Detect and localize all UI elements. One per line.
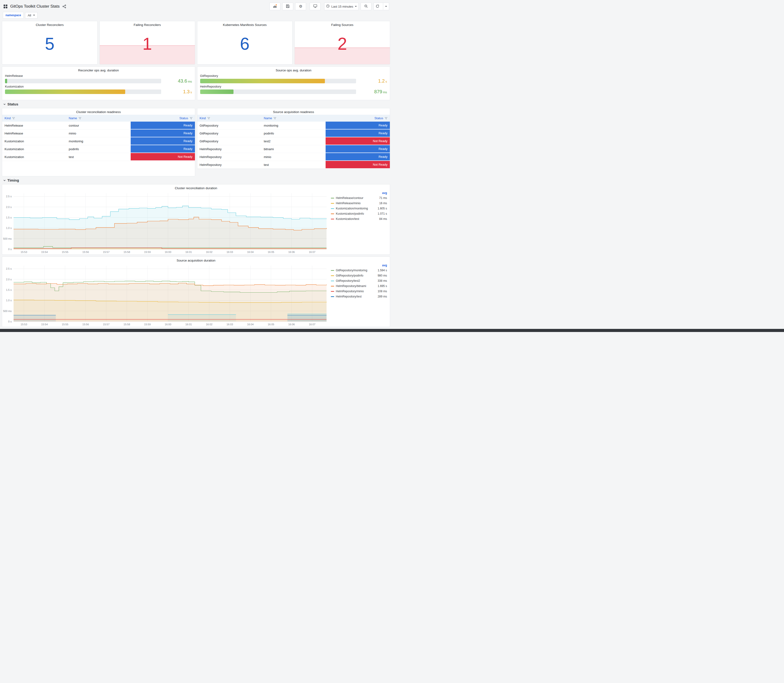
cell-status: Ready (131, 122, 195, 130)
column-header-status[interactable]: Status (131, 115, 195, 122)
variable-label-namespace[interactable]: namespace (3, 12, 24, 19)
legend-avg-header[interactable]: avg (331, 263, 387, 268)
stats-row: Cluster Reconcilers5Failing Reconcilers1… (2, 21, 390, 64)
gauge-panel-reconciler-ops-avg-duration: Reconciler ops avg. duration HelmRelease… (2, 66, 195, 100)
series-avg-value: 1.695 s (378, 284, 387, 288)
legend-item-kustomization-podinfo[interactable]: Kustomization/podinfo 1.071 s (331, 211, 387, 216)
panel-title[interactable]: Source acquisition duration (2, 257, 390, 263)
source-duration-chart-panel: Source acquisition duration 0 s500 ms1.0… (2, 257, 390, 327)
stat-panel-cluster-reconcilers: Cluster Reconcilers5 (2, 21, 98, 64)
dashboard-page: GitOps Toolkit Cluster Stats ⚙ (0, 0, 392, 327)
section-header-timing[interactable]: Timing (3, 178, 389, 182)
series-color-dash (331, 208, 334, 209)
svg-text:2.0 s: 2.0 s (6, 205, 12, 208)
refresh-button[interactable] (374, 3, 381, 10)
legend-item-helmrepository-bitnami[interactable]: HelmRepository/bitnami 1.695 s (331, 284, 387, 289)
legend-item-helmrelease-contour[interactable]: HelmRelease/contour 71 ms (331, 196, 387, 200)
svg-text:16:04: 16:04 (247, 323, 254, 326)
chart-legend: avg GitRepository/monitoring 1.594 s Git… (330, 263, 390, 327)
legend-item-kustomization-monitoring[interactable]: Kustomization/monitoring 1.605 s (331, 206, 387, 211)
caret-down-icon (33, 15, 35, 16)
section-header-status[interactable]: Status (3, 102, 389, 106)
source-duration-plot[interactable]: 0 s500 ms1.0 s1.5 s2.0 s2.5 s15:5315:541… (2, 263, 330, 327)
svg-text:15:58: 15:58 (123, 250, 130, 253)
cell-status: Not Ready (131, 153, 195, 161)
add-panel-icon (273, 4, 277, 9)
svg-text:15:55: 15:55 (62, 250, 69, 253)
series-avg-value: 1.605 s (378, 207, 387, 210)
panel-title[interactable]: Cluster Reconcilers (2, 21, 97, 27)
tv-mode-button[interactable] (309, 3, 321, 10)
table-row: GitRepository test2 Not Ready (197, 137, 390, 145)
column-header-status[interactable]: Status (325, 115, 390, 122)
cell-name: minio (261, 153, 325, 161)
table-row: Kustomization test Not Ready (2, 153, 195, 161)
svg-text:16:00: 16:00 (165, 323, 172, 326)
save-dashboard-button[interactable] (282, 3, 293, 10)
refresh-interval-dropdown[interactable] (383, 3, 389, 10)
series-name: Kustomization/monitoring (336, 207, 375, 210)
time-range-picker[interactable]: Last 15 minutes (324, 3, 359, 10)
table-row: HelmRepository minio Ready (197, 153, 390, 161)
legend-item-gitrepository-test2[interactable]: GitRepository/test2 338 ms (331, 278, 387, 284)
legend-item-kustomization-test[interactable]: Kustomization/test 84 ms (331, 216, 387, 221)
panel-title[interactable]: Reconciler ops avg. duration (2, 67, 195, 73)
svg-text:500 ms: 500 ms (3, 309, 12, 313)
svg-text:16:05: 16:05 (268, 250, 274, 253)
stat-value: 2 (295, 35, 390, 52)
column-header-kind[interactable]: Kind (197, 115, 261, 122)
add-panel-button[interactable] (269, 3, 281, 10)
stat-panel-kubernetes-manifests-sources: Kubernetes Manifests Sources6 (197, 21, 293, 64)
cell-kind: HelmRelease (2, 130, 66, 137)
filter-icon (385, 117, 388, 120)
zoom-out-button[interactable] (361, 3, 372, 10)
cell-kind: HelmRelease (2, 122, 66, 130)
legend-item-helmrepository-test[interactable]: HelmRepository/test 289 ms (331, 294, 387, 299)
table-row: HelmRepository bitnami Ready (197, 145, 390, 153)
panel-title[interactable]: Failing Reconcilers (100, 21, 195, 27)
svg-text:1.0 s: 1.0 s (6, 299, 12, 302)
dashboard-settings-button[interactable]: ⚙ (295, 3, 306, 10)
gauge-row-gitrepository: GitRepository 1.2s (200, 74, 387, 84)
gauge-label: HelmRelease (5, 74, 192, 78)
cell-name: test2 (261, 137, 325, 145)
gauge-track (5, 79, 161, 83)
column-header-kind[interactable]: Kind (2, 115, 66, 122)
panel-title[interactable]: Cluster reconciliation readiness (2, 108, 195, 115)
dashboard-grid-icon[interactable] (3, 4, 8, 9)
panel-title[interactable]: Source ops avg. duration (197, 67, 390, 73)
panel-title[interactable]: Cluster reconciliation duration (2, 184, 390, 191)
svg-text:0 s: 0 s (8, 248, 12, 250)
svg-text:15:57: 15:57 (103, 323, 110, 326)
gauge-fill (5, 79, 7, 83)
caret-down-icon (355, 6, 357, 7)
legend-item-helmrelease-minio[interactable]: HelmRelease/minio 16 ms (331, 200, 387, 206)
svg-text:15:58: 15:58 (123, 323, 130, 326)
gauge-value: 1.3s (164, 89, 192, 95)
column-header-name[interactable]: Name (66, 115, 131, 122)
svg-text:16:07: 16:07 (309, 250, 316, 253)
panel-title[interactable]: Source acquisition readiness (197, 108, 390, 115)
series-color-dash (331, 198, 334, 199)
svg-text:2.5 s: 2.5 s (6, 267, 12, 270)
cell-name: bitnami (261, 145, 325, 153)
legend-item-gitrepository-monitoring[interactable]: GitRepository/monitoring 1.594 s (331, 268, 387, 273)
cell-status: Ready (131, 130, 195, 137)
legend-item-gitrepository-podinfo[interactable]: GitRepository/podinfo 980 ms (331, 273, 387, 278)
column-header-name[interactable]: Name (261, 115, 325, 122)
svg-text:16:02: 16:02 (206, 323, 213, 326)
cell-status: Ready (131, 137, 195, 145)
cluster-duration-plot[interactable]: 0 s500 ms1.0 s1.5 s2.0 s2.5 s15:5315:541… (2, 191, 330, 254)
share-icon[interactable] (62, 4, 67, 9)
svg-text:2.5 s: 2.5 s (6, 195, 12, 198)
legend-avg-header[interactable]: avg (331, 191, 387, 196)
panel-title[interactable]: Kubernetes Manifests Sources (197, 21, 292, 27)
series-name: Kustomization/podinfo (336, 212, 375, 215)
gauge-fill (200, 90, 234, 94)
gauge-value: 1.2s (359, 78, 387, 84)
legend-item-helmrepository-minio[interactable]: HelmRepository/minio 108 ms (331, 289, 387, 294)
panel-title[interactable]: Failing Sources (295, 21, 390, 27)
variable-value-dropdown[interactable]: All (25, 12, 37, 19)
series-color-dash (331, 286, 334, 287)
source-readiness-table-panel: Source acquisition readiness KindNameSta… (197, 108, 390, 169)
